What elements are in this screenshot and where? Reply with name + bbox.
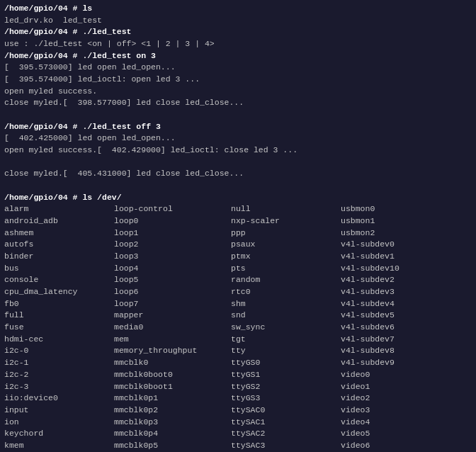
dev-item: ttyGS3 <box>231 392 341 405</box>
line-led-off3: /home/gpio/04 # ./led_test off 3 <box>4 121 472 133</box>
dev-item: loop6 <box>114 286 231 298</box>
line-open2: [ 402.425000] led open led_open... <box>4 132 472 145</box>
dev-item: usbmon0 <box>341 203 450 215</box>
line-led-test-cmd: /home/gpio/04 # ./led_test <box>4 26 472 38</box>
dev-item: ion <box>4 417 114 429</box>
dev-item: loop1 <box>114 227 231 239</box>
dev-item: loop3 <box>114 251 231 263</box>
dev-item: v4l-subdev3 <box>341 286 450 298</box>
dev-item: fuse <box>4 322 114 334</box>
dev-item: video5 <box>341 428 450 440</box>
dev-item: mmcblk0boot1 <box>114 381 231 393</box>
dev-item: full <box>4 310 114 322</box>
dev-item: cpu_dma_latency <box>4 286 114 298</box>
dev-item: bus <box>4 263 114 275</box>
dev-item: video3 <box>341 405 450 417</box>
dev-item: loop7 <box>114 298 231 310</box>
dev-item: fb0 <box>4 298 114 310</box>
dev-item: v4l-subdev10 <box>341 263 450 275</box>
line-open-success: open myled success. <box>4 86 472 98</box>
line-usage: use : ./led_test <on | off> <1 | 2 | 3 |… <box>4 38 472 50</box>
dev-item: mmcblk0p4 <box>114 428 231 440</box>
line-close2: close myled.[ 405.431000] led close led_… <box>4 168 472 180</box>
dev-item: video6 <box>341 440 450 452</box>
dev-item: i2c-0 <box>4 345 114 357</box>
dev-item: v4l-subdev8 <box>341 345 450 357</box>
dev-item: mmcblk0 <box>114 357 231 369</box>
dev-item: alarm <box>4 203 114 215</box>
line-ls-dev: /home/gpio/04 # ls /dev/ <box>4 192 472 204</box>
dev-listing: alarmloop-controlnullusbmon0android_adbl… <box>4 203 472 452</box>
dev-item: v4l-subdev4 <box>341 298 450 310</box>
dev-item: video0 <box>341 369 450 381</box>
dev-item: i2c-2 <box>4 369 114 381</box>
line-open1: [ 395.573000] led open led_open... <box>4 62 472 74</box>
dev-item: video2 <box>341 392 450 405</box>
dev-item: sw_sync <box>231 322 341 334</box>
dev-item: ptmx <box>231 251 341 263</box>
dev-item: pts <box>231 263 341 275</box>
dev-item: keychord <box>4 428 114 440</box>
dev-item: kmem <box>4 440 114 452</box>
dev-item: v4l-subdev1 <box>341 251 450 263</box>
line-open-success2: open myled success.[ 402.429000] led_ioc… <box>4 145 472 157</box>
dev-item: mmcblk0p5 <box>114 440 231 452</box>
dev-item: v4l-subdev0 <box>341 239 450 251</box>
dev-item: mmcblk0boot0 <box>114 369 231 381</box>
dev-item: v4l-subdev9 <box>341 357 450 369</box>
dev-item: tty <box>231 345 341 357</box>
line-close1: close myled.[ 398.577000] led close led_… <box>4 97 472 109</box>
dev-item: console <box>4 274 114 286</box>
dev-item: media0 <box>114 322 231 334</box>
dev-item: loop5 <box>114 274 231 286</box>
dev-item: usbmon2 <box>341 227 450 239</box>
dev-item: video1 <box>341 381 450 393</box>
dev-item: ttySAC0 <box>231 405 341 417</box>
dev-item: loop2 <box>114 239 231 251</box>
dev-item: mem <box>114 334 231 346</box>
dev-item: video4 <box>341 417 450 429</box>
dev-item: input <box>4 405 114 417</box>
dev-item: psaux <box>231 239 341 251</box>
blank3 <box>4 180 472 192</box>
dev-item: tgt <box>231 334 341 346</box>
dev-item: usbmon1 <box>341 215 450 227</box>
line-files: led_drv.ko led_test <box>4 15 472 27</box>
dev-item: loop0 <box>114 215 231 227</box>
dev-item: ttySAC2 <box>231 428 341 440</box>
dev-item: ttySAC3 <box>231 440 341 452</box>
line-led-on3: /home/gpio/04 # ./led_test on 3 <box>4 50 472 62</box>
dev-item: ppp <box>231 227 341 239</box>
dev-item: binder <box>4 251 114 263</box>
dev-item: ttyGS0 <box>231 357 341 369</box>
dev-item: v4l-subdev2 <box>341 274 450 286</box>
blank1 <box>4 109 472 121</box>
dev-item: mmcblk0p2 <box>114 405 231 417</box>
dev-item: ttyGS1 <box>231 369 341 381</box>
dev-item: android_adb <box>4 215 114 227</box>
terminal: /home/gpio/04 # ls led_drv.ko led_test /… <box>0 0 476 452</box>
dev-item: ashmem <box>4 227 114 239</box>
dev-item: null <box>231 203 341 215</box>
dev-item: memory_throughput <box>114 345 231 357</box>
dev-item: mapper <box>114 310 231 322</box>
line-ioctl1: [ 395.574000] led_ioctl: open led 3 ... <box>4 74 472 86</box>
dev-item: loop-control <box>114 203 231 215</box>
line-ls: /home/gpio/04 # ls <box>4 3 472 15</box>
dev-item: rtc0 <box>231 286 341 298</box>
dev-item: nxp-scaler <box>231 215 341 227</box>
dev-item: shm <box>231 298 341 310</box>
dev-item: i2c-3 <box>4 381 114 393</box>
dev-item: iio:device0 <box>4 392 114 405</box>
dev-item: v4l-subdev6 <box>341 322 450 334</box>
dev-item: autofs <box>4 239 114 251</box>
dev-item: mmcblk0p1 <box>114 392 231 405</box>
dev-item: ttyGS2 <box>231 381 341 393</box>
dev-item: snd <box>231 310 341 322</box>
dev-item: v4l-subdev5 <box>341 310 450 322</box>
dev-item: i2c-1 <box>4 357 114 369</box>
dev-item: v4l-subdev7 <box>341 334 450 346</box>
dev-item: ttySAC1 <box>231 417 341 429</box>
dev-item: loop4 <box>114 263 231 275</box>
blank2 <box>4 157 472 169</box>
